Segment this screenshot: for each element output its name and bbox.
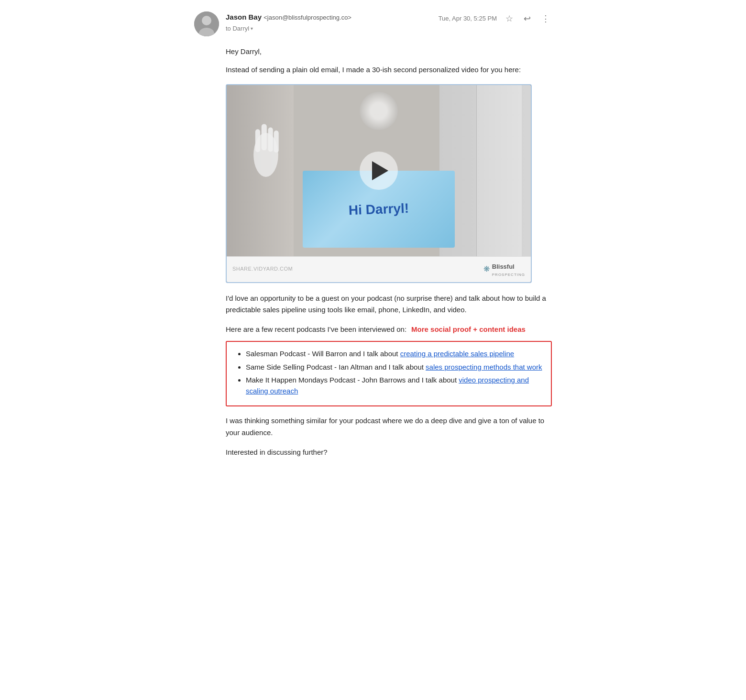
podcasts-intro-label: Here are a few recent podcasts I've been… (226, 324, 406, 335)
email-body: Hey Darryl, Instead of sending a plain o… (194, 46, 552, 458)
blissful-logo: ❋ Blissful PROSPECTING (483, 261, 525, 278)
podcast-3-prefix: Make It Happen Mondays Podcast - John Ba… (246, 376, 459, 384)
list-item: Salesman Podcast - Will Barron and I tal… (246, 349, 542, 360)
podcast-2-prefix: Same Side Selling Podcast - Ian Altman a… (246, 363, 426, 371)
svg-rect-4 (262, 124, 267, 150)
podcast-1-link[interactable]: creating a predictable sales pipeline (400, 350, 514, 358)
sender-email: <jason@blissfulprospecting.co> (263, 14, 351, 21)
blissful-logo-text: Blissful PROSPECTING (492, 261, 525, 278)
sender-name-line: Jason Bay <jason@blissfulprospecting.co> (226, 11, 351, 23)
question-paragraph: Interested in discussing further? (226, 447, 552, 458)
star-button[interactable]: ☆ (504, 13, 515, 24)
sender-name: Jason Bay (226, 13, 262, 21)
intro-text: Instead of sending a plain old email, I … (226, 64, 552, 76)
video-container: Hi Darryl! SHARE.VIDYARD.COM ❋ Blissful … (226, 84, 532, 283)
blissful-subtext: PROSPECTING (492, 272, 525, 278)
email-header: Jason Bay <jason@blissfulprospecting.co>… (194, 11, 552, 36)
svg-rect-7 (255, 129, 260, 152)
sender-info: Jason Bay <jason@blissfulprospecting.co>… (226, 11, 351, 34)
closing-paragraph: I was thinking something similar for you… (226, 415, 552, 439)
svg-rect-6 (274, 131, 278, 153)
blissful-name: Blissful (492, 263, 515, 270)
to-line: to Darryl ▾ (226, 24, 351, 34)
email-timestamp: Tue, Apr 30, 5:25 PM (439, 14, 497, 24)
more-options-button[interactable]: ⋮ (539, 13, 552, 24)
podcasts-box: Salesman Podcast - Will Barron and I tal… (226, 341, 552, 406)
person-head (360, 92, 398, 130)
svg-rect-5 (268, 127, 273, 152)
reply-button[interactable]: ↩ (522, 13, 533, 24)
board-text: Hi Darryl! (348, 200, 409, 218)
greeting: Hey Darryl, (226, 46, 552, 57)
video-thumbnail[interactable]: Hi Darryl! (227, 85, 531, 256)
svg-point-1 (202, 16, 211, 25)
hand-raised (242, 120, 290, 177)
dropdown-icon[interactable]: ▾ (251, 25, 253, 33)
blissful-icon: ❋ (483, 263, 490, 275)
to-label: to Darryl (226, 24, 249, 34)
list-item: Same Side Selling Podcast - Ian Altman a… (246, 362, 542, 373)
body-paragraph-1: I'd love an opportunity to be a guest on… (226, 293, 552, 317)
podcast-1-prefix: Salesman Podcast - Will Barron and I tal… (246, 350, 400, 358)
play-triangle-icon (372, 161, 388, 180)
header-right: Tue, Apr 30, 5:25 PM ☆ ↩ ⋮ (439, 11, 552, 24)
podcasts-header: Here are a few recent podcasts I've been… (226, 324, 552, 335)
social-proof-badge: More social proof + content ideas (411, 324, 526, 335)
avatar (194, 11, 219, 36)
list-item: Make It Happen Mondays Podcast - John Ba… (246, 375, 542, 396)
video-footer: SHARE.VIDYARD.COM ❋ Blissful PROSPECTING (227, 256, 531, 282)
play-button[interactable] (360, 152, 398, 190)
room-door-right-panel (476, 85, 522, 256)
podcast-list: Salesman Podcast - Will Barron and I tal… (235, 349, 542, 396)
vidyard-url: SHARE.VIDYARD.COM (232, 265, 293, 273)
header-left: Jason Bay <jason@blissfulprospecting.co>… (194, 11, 351, 36)
podcast-2-link[interactable]: sales prospecting methods that work (426, 363, 542, 371)
